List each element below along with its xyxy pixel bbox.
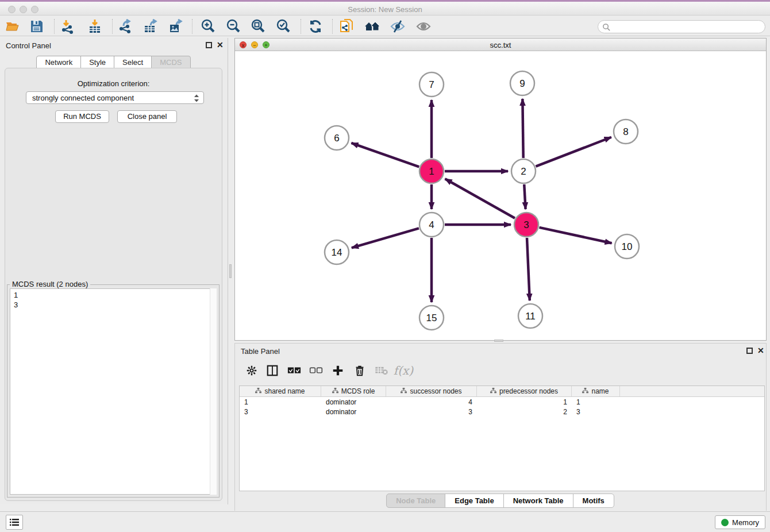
hide-graphics-details-icon[interactable] bbox=[390, 18, 406, 34]
node-10[interactable]: 10 bbox=[615, 234, 639, 259]
mcds-result-text[interactable]: 1 3 bbox=[10, 288, 217, 495]
control-panel-title: Control Panel bbox=[6, 41, 51, 50]
column-header-shared-name[interactable]: shared name bbox=[240, 386, 321, 396]
tab-network[interactable]: Network bbox=[36, 56, 81, 69]
open-session-icon[interactable] bbox=[5, 18, 21, 34]
table-cell[interactable]: 2 bbox=[477, 407, 572, 417]
table-cell[interactable]: 3 bbox=[386, 407, 477, 417]
home-layout-icon[interactable] bbox=[364, 18, 380, 34]
table-panel: Table Panel ✕ bbox=[234, 343, 767, 511]
node-6[interactable]: 6 bbox=[325, 126, 349, 150]
node-2[interactable]: 2 bbox=[511, 159, 536, 183]
export-network-icon[interactable] bbox=[117, 18, 133, 34]
table-cell[interactable]: 3 bbox=[240, 407, 321, 417]
edge-2-3[interactable] bbox=[524, 184, 525, 209]
table-options-icon[interactable] bbox=[243, 362, 260, 379]
refresh-view-icon[interactable] bbox=[307, 18, 324, 34]
table-cell[interactable]: dominator bbox=[321, 407, 386, 417]
tab-network-table[interactable]: Network Table bbox=[503, 494, 573, 508]
table-row[interactable]: 1dominator411 bbox=[240, 398, 764, 407]
edge-3-10[interactable] bbox=[539, 228, 611, 243]
edge-2-9[interactable] bbox=[522, 99, 523, 158]
float-panel-icon[interactable] bbox=[746, 348, 753, 354]
table-cell[interactable]: 1 bbox=[477, 398, 572, 407]
table-header-row: shared nameMCDS rolesuccessor nodesprede… bbox=[240, 386, 764, 397]
table-cell[interactable]: 1 bbox=[572, 398, 620, 407]
horizontal-splitter[interactable] bbox=[494, 340, 503, 342]
close-panel-icon[interactable]: ✕ bbox=[757, 346, 764, 355]
tab-edge-table[interactable]: Edge Table bbox=[445, 494, 503, 508]
table-cell[interactable]: dominator bbox=[321, 398, 386, 407]
table-cell[interactable]: 4 bbox=[386, 398, 477, 407]
close-panel-button[interactable]: Close panel bbox=[117, 110, 177, 123]
svg-text:6: 6 bbox=[334, 133, 339, 144]
run-mcds-button[interactable]: Run MCDS bbox=[55, 110, 109, 123]
tab-select[interactable]: Select bbox=[114, 56, 152, 69]
column-header-MCDS-role[interactable]: MCDS role bbox=[321, 386, 386, 396]
float-panel-icon[interactable] bbox=[206, 42, 212, 48]
memory-button[interactable]: Memory bbox=[715, 515, 765, 529]
edge-1-6[interactable] bbox=[351, 143, 419, 167]
deselect-all-icon[interactable] bbox=[307, 362, 325, 379]
table-cell[interactable]: 3 bbox=[572, 407, 620, 417]
application-window: Session: New Session bbox=[0, 0, 770, 532]
node-3[interactable]: 3 bbox=[514, 213, 538, 237]
edge-2-8[interactable] bbox=[536, 137, 611, 167]
svg-text:3: 3 bbox=[523, 219, 529, 230]
node-11[interactable]: 11 bbox=[518, 304, 542, 328]
network-view-title: scc.txt bbox=[235, 41, 766, 49]
optimization-dropdown[interactable]: strongly connected component bbox=[26, 91, 204, 104]
zoom-out-icon[interactable] bbox=[225, 18, 241, 34]
network-window-titlebar[interactable]: x − + scc.txt bbox=[235, 38, 766, 51]
tab-node-table[interactable]: Node Table bbox=[386, 494, 445, 508]
network-from-file-icon[interactable] bbox=[339, 18, 355, 34]
column-header-predecessor-nodes[interactable]: predecessor nodes bbox=[477, 386, 572, 396]
search-input[interactable] bbox=[613, 22, 761, 32]
tab-mcds[interactable]: MCDS bbox=[151, 56, 190, 69]
delete-column-icon[interactable] bbox=[351, 362, 368, 379]
show-graphics-details-icon[interactable] bbox=[415, 18, 432, 34]
node-4[interactable]: 4 bbox=[419, 213, 444, 237]
save-session-icon[interactable] bbox=[29, 18, 45, 34]
column-header-successor-nodes[interactable]: successor nodes bbox=[386, 386, 477, 396]
result-scrollbar[interactable] bbox=[210, 288, 217, 495]
column-attr-icon bbox=[490, 387, 496, 395]
zoom-selected-icon[interactable] bbox=[275, 18, 291, 34]
table-cell[interactable]: 1 bbox=[240, 398, 321, 407]
titlebar: Session: New Session bbox=[0, 0, 770, 16]
task-history-button[interactable] bbox=[6, 515, 23, 530]
export-image-icon[interactable] bbox=[168, 18, 184, 34]
node-table[interactable]: shared nameMCDS rolesuccessor nodesprede… bbox=[239, 385, 765, 491]
delete-table-icon[interactable] bbox=[373, 362, 390, 379]
node-1[interactable]: 1 bbox=[419, 159, 444, 183]
zoom-fit-icon[interactable] bbox=[250, 18, 266, 34]
function-builder-icon: f(x) bbox=[395, 362, 412, 379]
import-network-icon[interactable] bbox=[60, 18, 76, 34]
edge-3-11[interactable] bbox=[527, 238, 530, 300]
node-15[interactable]: 15 bbox=[419, 306, 444, 330]
column-view-icon[interactable] bbox=[264, 362, 281, 379]
node-7[interactable]: 7 bbox=[419, 72, 444, 97]
table-row[interactable]: 3dominator323 bbox=[240, 407, 764, 417]
node-14[interactable]: 14 bbox=[325, 240, 349, 264]
dropdown-value: strongly connected component bbox=[32, 94, 134, 102]
network-canvas[interactable]: 1234678910111415 bbox=[235, 51, 766, 340]
toolbar-separator bbox=[301, 19, 301, 34]
node-8[interactable]: 8 bbox=[614, 119, 638, 144]
import-table-icon[interactable] bbox=[87, 18, 103, 34]
edge-4-14[interactable] bbox=[352, 228, 419, 248]
add-column-icon[interactable] bbox=[329, 362, 346, 379]
column-header-name[interactable]: name bbox=[572, 386, 620, 396]
tab-motifs[interactable]: Motifs bbox=[573, 494, 614, 508]
search-field[interactable] bbox=[598, 20, 765, 33]
table-tabs: Node TableEdge TableNetwork TableMotifs bbox=[235, 494, 766, 508]
export-table-icon[interactable] bbox=[143, 18, 159, 34]
select-all-icon[interactable] bbox=[286, 362, 303, 379]
edge-3-1[interactable] bbox=[445, 179, 515, 218]
svg-text:10: 10 bbox=[622, 241, 633, 252]
node-9[interactable]: 9 bbox=[510, 71, 534, 95]
tab-style[interactable]: Style bbox=[80, 56, 114, 69]
close-panel-icon[interactable]: ✕ bbox=[217, 40, 224, 49]
vertical-splitter[interactable] bbox=[229, 264, 232, 278]
zoom-in-icon[interactable] bbox=[200, 18, 216, 34]
